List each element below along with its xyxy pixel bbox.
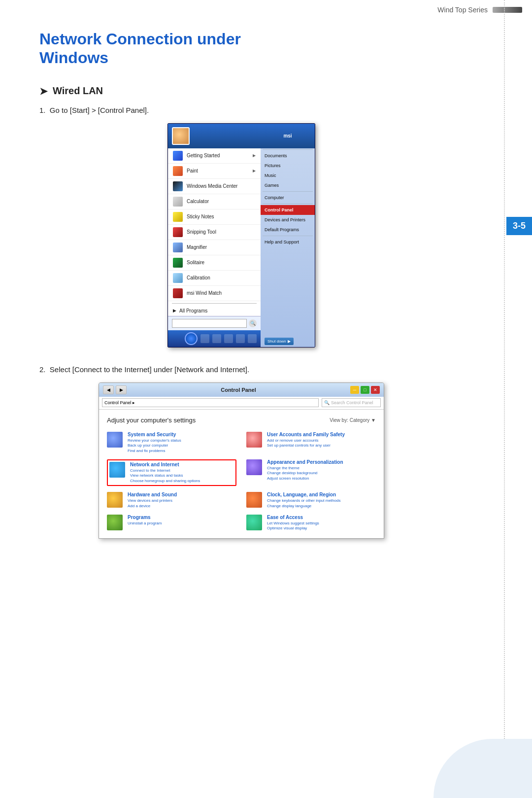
list-item[interactable]: Calculator (168, 194, 261, 209)
list-item[interactable]: Documents (261, 151, 315, 161)
taskbar (168, 330, 261, 347)
item-sub[interactable]: Change keyboards or other input methods (267, 498, 376, 503)
main-content: Network Connection under Windows ➤ Wired… (0, 0, 483, 586)
item-title[interactable]: Network and Internet (130, 462, 234, 467)
item-sub[interactable]: Let Windows suggest settings (267, 521, 376, 526)
user-accounts-item[interactable]: User Accounts and Family Safety Add or r… (246, 432, 376, 453)
list-item[interactable]: Snipping Tool (168, 225, 261, 240)
address-path[interactable]: Control Panel ▸ (102, 398, 319, 407)
separator (263, 204, 313, 204)
item-sub[interactable]: Add a device (128, 504, 236, 509)
list-item[interactable]: msi Wind Match (168, 286, 261, 301)
hardware-sound-item[interactable]: Hardware and Sound View devices and prin… (107, 492, 236, 509)
list-item[interactable]: Sticky Notes (168, 209, 261, 225)
getting-started-icon (173, 151, 183, 161)
search-icon[interactable]: 🔍 (249, 319, 257, 327)
taskbar-icon (212, 334, 221, 343)
system-security-text: System and Security Review your computer… (128, 432, 236, 453)
minimize-button[interactable]: ─ (350, 386, 359, 394)
item-title[interactable]: Hardware and Sound (128, 492, 236, 497)
taskbar-icon (236, 334, 245, 343)
snipping-tool-icon (173, 227, 183, 237)
appearance-item[interactable]: Appearance and Personalization Change th… (246, 459, 376, 486)
item-sub[interactable]: Back up your computer (128, 443, 236, 448)
item-title[interactable]: Appearance and Personalization (267, 459, 376, 465)
start-menu-top (168, 124, 261, 148)
ease-access-text: Ease of Access Let Windows suggest setti… (267, 515, 376, 531)
control-panel-screenshot: ◀ ▶ Control Panel ─ □ ✕ Control Panel ▸ … (39, 382, 443, 539)
item-title[interactable]: Ease of Access (267, 515, 376, 520)
maximize-button[interactable]: □ (361, 386, 369, 394)
item-sub[interactable]: Find and fix problems (128, 449, 236, 453)
settings-grid: System and Security Review your computer… (107, 432, 376, 531)
item-sub[interactable]: View network status and tasks (130, 473, 234, 478)
taskbar-icon (248, 334, 257, 343)
programs-icon (107, 515, 123, 530)
control-panel-item[interactable]: Control Panel (261, 205, 315, 215)
list-item[interactable]: Getting Started ▶ (168, 148, 261, 164)
programs-text: Programs Uninstall a program (128, 515, 236, 526)
clock-text: Clock, Language, and Region Change keybo… (267, 492, 376, 509)
item-sub[interactable]: Choose homegroup and sharing options (130, 479, 234, 484)
item-sub[interactable]: View devices and printers (128, 498, 236, 503)
item-sub[interactable]: Review your computer's status (128, 438, 236, 443)
ease-access-item[interactable]: Ease of Access Let Windows suggest setti… (246, 515, 376, 531)
shutdown-button[interactable]: Shut down ▶ (265, 338, 294, 345)
close-button[interactable]: ✕ (371, 386, 380, 394)
item-sub[interactable]: Set up parental controls for any user (267, 443, 376, 448)
list-item[interactable]: Magnifier (168, 240, 261, 255)
list-item[interactable]: Solitaire (168, 255, 261, 271)
list-item[interactable]: Calibration (168, 271, 261, 286)
system-security-item[interactable]: System and Security Review your computer… (107, 432, 236, 453)
list-item[interactable]: Games (261, 180, 315, 190)
back-button[interactable]: ◀ (103, 385, 114, 394)
item-title[interactable]: User Accounts and Family Safety (267, 432, 376, 437)
appearance-text: Appearance and Personalization Change th… (267, 459, 376, 481)
solitaire-icon (173, 258, 183, 268)
programs-item[interactable]: Programs Uninstall a program (107, 515, 236, 531)
menu-separator (172, 303, 257, 304)
list-item[interactable]: Paint ▶ (168, 164, 261, 179)
item-sub[interactable]: Change display language (267, 504, 376, 509)
panel-title: Adjust your computer's settings (107, 416, 196, 424)
control-panel-window: ◀ ▶ Control Panel ─ □ ✕ Control Panel ▸ … (99, 382, 384, 539)
item-sub[interactable]: Uninstall a program (128, 521, 236, 526)
item-title[interactable]: System and Security (128, 432, 236, 437)
list-item[interactable]: Help and Support (261, 237, 315, 247)
list-item[interactable]: Music (261, 171, 315, 180)
address-bar: Control Panel ▸ 🔍 Search Control Panel (99, 397, 384, 410)
network-internet-item[interactable]: Network and Internet Connect to the Inte… (107, 459, 236, 486)
start-menu-right-panel: msi Documents Pictures Music Games Compu… (261, 124, 315, 347)
view-by: View by: Category ▼ (330, 417, 376, 423)
list-item[interactable]: Computer (261, 193, 315, 203)
item-title[interactable]: Clock, Language, and Region (267, 492, 376, 497)
clock-language-item[interactable]: Clock, Language, and Region Change keybo… (246, 492, 376, 509)
list-item[interactable]: Windows Media Center (168, 179, 261, 194)
search-area: 🔍 (168, 316, 261, 330)
item-title[interactable]: Programs (128, 515, 236, 520)
all-programs-item[interactable]: ▶ All Programs (168, 306, 261, 316)
item-sub[interactable]: Adjust screen resolution (267, 476, 376, 481)
item-sub[interactable]: Change the theme (267, 466, 376, 471)
control-panel-content: Adjust your computer's settings View by:… (99, 410, 384, 538)
search-input[interactable] (172, 319, 247, 328)
taskbar-icon (200, 334, 209, 343)
list-item[interactable]: Devices and Printers (261, 215, 315, 225)
wmc-icon (173, 181, 183, 191)
item-sub[interactable]: Change desktop background (267, 471, 376, 476)
paint-icon (173, 166, 183, 176)
separator (263, 149, 313, 150)
list-item[interactable]: Pictures (261, 161, 315, 171)
item-sub[interactable]: Add or remove user accounts (267, 438, 376, 443)
section-arrow-icon: ➤ (39, 85, 48, 97)
bottom-curve-decoration (433, 739, 532, 798)
list-item[interactable]: Default Programs (261, 225, 315, 235)
system-security-icon (107, 432, 123, 448)
user-accounts-icon (246, 432, 262, 448)
user-avatar (172, 127, 190, 145)
connect-internet-link[interactable]: Connect to the Internet (130, 468, 234, 473)
start-button[interactable] (185, 332, 198, 345)
item-sub[interactable]: Optimize visual display (267, 526, 376, 531)
forward-button[interactable]: ▶ (116, 385, 127, 394)
search-box[interactable]: 🔍 Search Control Panel (322, 398, 381, 407)
